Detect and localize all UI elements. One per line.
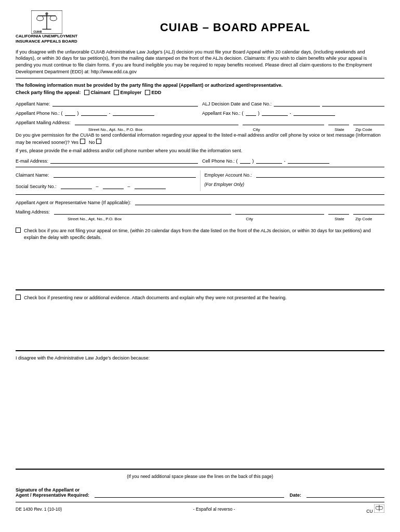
mailing-street-input[interactable]: [75, 118, 238, 125]
fax-field: Appellant Fax No.: ( ) -: [202, 109, 384, 116]
phone-fax-row: Appellant Phone No.: ( ) - Appellant Fax…: [16, 109, 384, 116]
additional-space-note: (If you need additional space please use…: [16, 474, 384, 479]
mailing-state-input[interactable]: [328, 118, 349, 125]
employer-checkbox[interactable]: [114, 90, 119, 95]
divider-1: [16, 167, 384, 167]
ssn-row: Social Security No.: – –: [16, 182, 196, 189]
email-input[interactable]: [50, 156, 198, 164]
late-filing-text: Check box if you are not filing your app…: [24, 228, 384, 241]
alj-case-number-input[interactable]: [322, 99, 384, 107]
employer-account-row: Employer Account No.:: [205, 170, 385, 178]
cell-area[interactable]: [240, 156, 250, 164]
agent-name-row: Appellant Agent or Representative Name (…: [16, 198, 384, 205]
espanol-label: - Español al reverso -: [193, 507, 235, 512]
new-evidence-checkbox[interactable]: [16, 295, 21, 300]
ssn-part3[interactable]: [135, 182, 166, 189]
email-cell-row: E-mail Address: Cell Phone No.: ( ) -: [16, 156, 384, 164]
phone-number[interactable]: [113, 109, 154, 116]
mailing-city-input[interactable]: [243, 118, 324, 125]
cell-prefix[interactable]: [256, 156, 282, 164]
mailing-address2-row: Mailing Address:: [16, 207, 384, 215]
page-title: CUIAB – BOARD APPEAL: [86, 21, 384, 34]
fax-prefix[interactable]: [262, 109, 288, 116]
title-area: CUIAB – BOARD APPEAL: [86, 21, 384, 34]
yes-checkbox[interactable]: [80, 139, 85, 144]
late-filing-space: [16, 244, 384, 285]
if-yes-text: If yes, please provide the e-mail addres…: [16, 148, 384, 154]
claimant-checkbox-group: Claimant: [84, 90, 111, 95]
page-header: CUIAB CALIFORNIA UNEMPLOYMENT INSURANCE …: [16, 10, 384, 45]
signature-input[interactable]: [95, 490, 284, 498]
mailing-zip-input[interactable]: [353, 118, 384, 125]
bottom-bar: DE 1430 Rev. 1 (10-10) - Español al reve…: [16, 502, 384, 514]
claimant-name-row: Claimant Name:: [16, 170, 196, 178]
edd-checkbox[interactable]: [145, 90, 150, 95]
mailing-address-row: Appellant Mailing Address:: [16, 118, 384, 125]
logo-area: CUIAB CALIFORNIA UNEMPLOYMENT INSURANCE …: [16, 10, 77, 45]
mailing-addr-labels: Street No., Apt. No., P.O. Box City Stat…: [16, 127, 384, 132]
disagree-section: I disagree with the Administrative Law J…: [16, 355, 384, 464]
ssn-part2[interactable]: [103, 182, 124, 189]
phone-field: Appellant Phone No.: ( ) -: [16, 109, 198, 116]
edd-checkbox-group: EDD: [145, 90, 162, 95]
permission-text: Do you give permission for the CUIAB to …: [16, 132, 384, 145]
check-party-line: Check party filing the appeal: Claimant …: [16, 90, 384, 95]
date-input[interactable]: [306, 490, 384, 498]
mailing2-state-input[interactable]: [328, 207, 349, 215]
mailing2-zip-input[interactable]: [353, 207, 384, 215]
yes-checkbox-group: [80, 139, 85, 144]
new-evidence-checkbox-section: Check box if presenting new or additiona…: [16, 295, 384, 301]
divider-2: [16, 194, 384, 195]
intro-text: If you disagree with the unfavorable CUI…: [16, 49, 384, 78]
form-number: DE 1430 Rev. 1 (10-10): [16, 507, 62, 512]
cu-label: CU: [366, 504, 384, 514]
ssn-part1[interactable]: [61, 182, 92, 189]
claimant-name-input[interactable]: [54, 170, 196, 178]
employer-checkbox-group: Employer: [114, 90, 142, 95]
late-filing-checkbox[interactable]: [16, 228, 21, 233]
svg-point-4: [45, 12, 48, 15]
employer-account-input[interactable]: [256, 170, 384, 178]
appellant-name-row: Appellant Name: ALJ Decision Date and Ca…: [16, 99, 384, 107]
late-filing-checkbox-section: Check box if you are not filing your app…: [16, 228, 384, 241]
cell-number[interactable]: [288, 156, 329, 164]
claimant-left: Claimant Name: Social Security No.: – –: [16, 170, 196, 191]
email-field: E-mail Address:: [16, 156, 198, 164]
signature-section: Signature of the Appellant or Agent / Re…: [16, 482, 384, 498]
section1-instruction: The following information must be provid…: [16, 83, 384, 88]
divider-5: [16, 469, 384, 470]
agency-name: CALIFORNIA UNEMPLOYMENT INSURANCE APPEAL…: [16, 34, 77, 45]
for-employer-note: (For Employer Only): [205, 182, 385, 187]
divider-3: [16, 289, 384, 290]
signature-label-text: Signature of the Appellant or Agent / Re…: [16, 482, 89, 498]
claimant-checkbox[interactable]: [84, 90, 89, 95]
cell-phone-field: Cell Phone No.: ( ) -: [202, 156, 384, 164]
disagree-space: [16, 361, 384, 464]
new-evidence-space: [16, 304, 384, 346]
fax-number[interactable]: [294, 109, 335, 116]
cu-icon: [374, 504, 384, 513]
divider-4: [16, 350, 384, 351]
disagree-label: I disagree with the Administrative Law J…: [16, 355, 384, 361]
agent-name-input[interactable]: [135, 198, 384, 205]
no-checkbox[interactable]: [96, 139, 101, 144]
mailing2-street-input[interactable]: [54, 207, 231, 215]
alj-decision-field: ALJ Decision Date and Case No.:: [202, 99, 384, 107]
claimant-employer-block: Claimant Name: Social Security No.: – – …: [16, 170, 384, 191]
no-checkbox-group: [96, 139, 101, 144]
appellant-name-input[interactable]: [52, 99, 198, 107]
phone-prefix[interactable]: [81, 109, 107, 116]
employer-right: Employer Account No.: (For Employer Only…: [200, 170, 385, 191]
appellant-name-field: Appellant Name:: [16, 99, 198, 107]
svg-text:CUIAB: CUIAB: [33, 30, 42, 33]
fax-area[interactable]: [246, 109, 256, 116]
mailing2-city-input[interactable]: [235, 207, 324, 215]
alj-decision-input[interactable]: [274, 99, 320, 107]
cuiab-logo: CUIAB: [31, 10, 62, 34]
new-evidence-text: Check box if presenting new or additiona…: [24, 295, 384, 301]
mailing2-addr-labels: Street No., Apt. No., P.O. Box City Stat…: [16, 217, 384, 221]
phone-area[interactable]: [65, 109, 75, 116]
